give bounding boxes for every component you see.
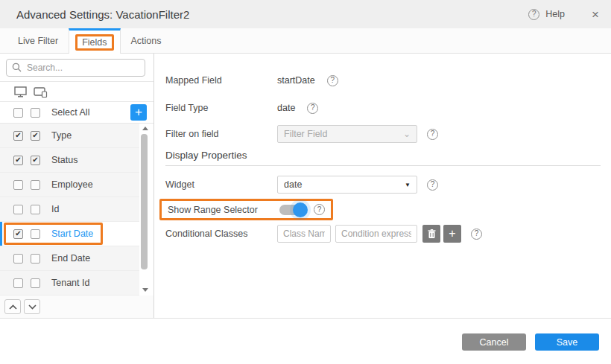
desktop-checkbox[interactable] (13, 156, 23, 165)
search-box (0, 54, 153, 82)
field-row-end-date[interactable]: End Date (0, 246, 139, 271)
dialog-footer: Cancel Save (0, 318, 611, 364)
scroll-down-icon[interactable] (142, 288, 148, 292)
help-icon[interactable]: ? (307, 103, 318, 114)
widget-row: Widget date ▼ ? (165, 175, 601, 194)
desktop-checkbox[interactable] (13, 229, 23, 239)
select-all-mobile-checkbox[interactable] (31, 108, 40, 118)
save-button[interactable]: Save (535, 333, 599, 351)
widget-label: Widget (165, 179, 277, 190)
mapped-field-value: startDate (277, 75, 315, 86)
help-icon[interactable]: ? (327, 75, 338, 86)
select-all-label: Select All (51, 107, 89, 118)
help-icon[interactable]: ? (471, 229, 482, 240)
widget-select[interactable]: date ▼ (277, 176, 417, 194)
device-toggle-row (0, 82, 153, 102)
desktop-checkbox[interactable] (13, 180, 23, 190)
mobile-device-icon[interactable] (34, 86, 48, 98)
field-type-row: Field Type date ? (165, 102, 601, 114)
help-icon[interactable]: ? (314, 204, 325, 215)
mobile-checkbox[interactable] (31, 180, 40, 190)
filter-on-field-row: Filter on field Filter Field ⌄ ? (165, 124, 601, 144)
add-field-button[interactable]: + (130, 104, 147, 121)
help-icon[interactable]: ? (427, 179, 438, 191)
desktop-checkbox[interactable] (13, 278, 23, 288)
field-type-label: Field Type (165, 103, 277, 113)
show-range-selector-annotation: Show Range Selector ? (159, 199, 333, 220)
chevron-down-icon: ⌄ (403, 130, 411, 138)
close-icon[interactable]: × (592, 8, 599, 21)
help-icon[interactable]: ? (528, 9, 539, 20)
help-icon[interactable]: ? (427, 129, 438, 140)
move-up-button[interactable] (4, 299, 21, 314)
desktop-checkbox[interactable] (13, 131, 23, 141)
toggle-knob (293, 202, 308, 217)
show-range-selector-label: Show Range Selector (168, 205, 279, 215)
trash-icon (428, 229, 436, 239)
dialog-title: Advanced Settings: VacationFilter2 (16, 8, 189, 21)
fields-sidebar: Select All + Type Status Employee Id Sta… (0, 54, 154, 318)
selected-row-indicator (0, 222, 2, 246)
mobile-checkbox[interactable] (31, 229, 40, 239)
tab-fields[interactable]: Fields (69, 28, 120, 54)
field-row-employee[interactable]: Employee (0, 173, 139, 197)
conditional-classes-label: Conditional Classes (165, 229, 277, 239)
help-link[interactable]: Help (545, 9, 565, 19)
condition-expression-input[interactable] (335, 225, 417, 243)
tab-live-filter[interactable]: Live Filter (7, 28, 69, 53)
scroll-up-icon[interactable] (142, 127, 148, 130)
field-row-status[interactable]: Status (0, 148, 139, 173)
scrollbar-thumb[interactable] (141, 134, 148, 269)
field-reorder-controls (0, 296, 153, 318)
add-condition-button[interactable]: + (443, 225, 461, 243)
mobile-checkbox[interactable] (31, 254, 40, 264)
search-icon (12, 63, 22, 72)
select-all-desktop-checkbox[interactable] (13, 108, 23, 118)
delete-condition-button[interactable] (422, 225, 440, 243)
field-list: Type Status Employee Id Start Date End D… (0, 124, 153, 296)
mobile-checkbox[interactable] (31, 131, 40, 141)
field-row-id[interactable]: Id (0, 197, 139, 222)
dropdown-arrow-icon: ▼ (405, 182, 411, 188)
filter-field-placeholder: Filter Field (284, 129, 327, 139)
search-input[interactable] (6, 59, 145, 77)
advanced-settings-dialog: Advanced Settings: VacationFilter2 ? Hel… (0, 0, 611, 364)
field-row-type[interactable]: Type (0, 124, 139, 148)
desktop-device-icon[interactable] (14, 86, 27, 98)
tab-actions[interactable]: Actions (121, 28, 172, 53)
mobile-checkbox[interactable] (31, 156, 40, 165)
mapped-field-label: Mapped Field (165, 75, 277, 86)
desktop-checkbox[interactable] (13, 254, 23, 264)
cancel-button[interactable]: Cancel (462, 333, 526, 351)
mobile-checkbox[interactable] (31, 278, 40, 288)
class-name-input[interactable] (277, 225, 331, 243)
select-all-row[interactable]: Select All + (0, 102, 153, 124)
conditional-classes-row: Conditional Classes + ? (165, 224, 601, 243)
filter-field-dropdown: Filter Field ⌄ (277, 125, 417, 143)
show-range-selector-toggle[interactable] (279, 205, 305, 215)
sidebar-scrollbar[interactable] (140, 125, 149, 293)
tab-bar: Live Filter Fields Actions (0, 28, 611, 54)
desktop-checkbox[interactable] (13, 205, 23, 214)
filter-on-field-label: Filter on field (165, 129, 277, 139)
section-divider (165, 165, 601, 166)
mobile-checkbox[interactable] (31, 205, 40, 214)
display-properties-heading: Display Properties (165, 150, 601, 161)
field-row-start-date[interactable]: Start Date (0, 222, 139, 246)
move-down-button[interactable] (24, 299, 40, 314)
field-settings-panel: Mapped Field startDate ? Field Type date… (154, 54, 611, 318)
widget-selected-value: date (284, 179, 302, 190)
field-type-value: date (277, 103, 295, 113)
title-bar: Advanced Settings: VacationFilter2 ? Hel… (0, 0, 611, 28)
field-row-tenant-id[interactable]: Tenant Id (0, 271, 139, 296)
mapped-field-row: Mapped Field startDate ? (165, 74, 601, 86)
